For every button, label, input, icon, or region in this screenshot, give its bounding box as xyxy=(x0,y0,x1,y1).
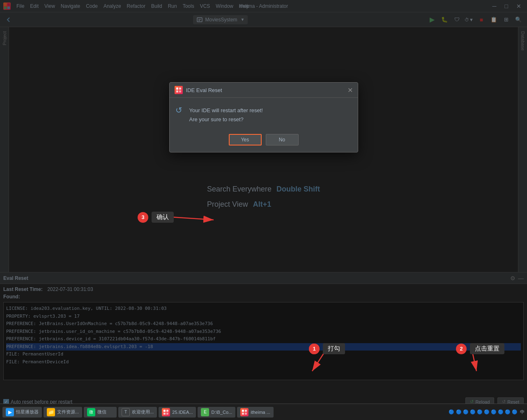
taskbar-item-hengxing[interactable]: ▶ 恒星播放器 xyxy=(2,407,42,418)
dialog-message-line1: Your IDE will restart after reset! xyxy=(189,106,351,115)
taskbar-item-explorer[interactable]: E D:\B_Co... xyxy=(198,407,235,418)
sys-tray: 🔵 🔵 🔵 🔵 🔵 🔵 🔵 🔵 🔵 🔵 xyxy=(449,409,518,415)
itheima-icon xyxy=(240,408,249,416)
svg-rect-14 xyxy=(242,410,244,412)
dialog-body: ↺ Your IDE will restart after reset! Are… xyxy=(170,98,358,131)
svg-rect-16 xyxy=(242,413,244,415)
files-icon: 📁 xyxy=(47,408,55,416)
svg-rect-13 xyxy=(166,413,168,415)
dialog-message-line2: Are your sure to reset? xyxy=(189,115,351,124)
hengxing-icon: ▶ xyxy=(6,408,14,416)
dialog-no-button[interactable]: No xyxy=(266,134,299,145)
svg-rect-15 xyxy=(245,410,247,412)
svg-rect-5 xyxy=(176,88,178,90)
taskbar-item-wechat[interactable]: 微 微信 xyxy=(84,407,117,418)
svg-rect-17 xyxy=(245,413,247,415)
svg-rect-6 xyxy=(179,88,181,90)
dialog-titlebar: IDE Eval Reset ✕ xyxy=(170,83,358,98)
dialog-yes-button[interactable]: Yes xyxy=(229,134,262,145)
dialog-refresh-icon: ↺ xyxy=(175,105,182,115)
taskbar-item-files[interactable]: 📁 文件资源... xyxy=(44,407,82,418)
dialog-close-button[interactable]: ✕ xyxy=(347,86,353,94)
welcome-icon: T xyxy=(122,408,130,416)
taskbar-item-itheima[interactable]: itheima ... xyxy=(237,407,274,418)
dialog-app-icon xyxy=(175,86,183,94)
taskbar-wechat-label: 微信 xyxy=(97,409,106,415)
taskbar-right: 🔵 🔵 🔵 🔵 🔵 🔵 🔵 🔵 🔵 🔵 中 xyxy=(449,409,525,415)
svg-rect-7 xyxy=(176,90,178,92)
dialog: IDE Eval Reset ✕ ↺ Your IDE will restart… xyxy=(169,82,358,152)
taskbar: ▶ 恒星播放器 📁 文件资源... 微 微信 T 欢迎使用... 25.IDEA… xyxy=(0,404,527,420)
dialog-title: IDE Eval Reset xyxy=(186,87,344,93)
explorer-icon: E xyxy=(201,408,209,416)
lang-indicator: 中 xyxy=(520,409,525,415)
dialog-message: Your IDE will restart after reset! Are y… xyxy=(189,106,351,124)
taskbar-itheima-label: itheima ... xyxy=(251,410,270,415)
taskbar-hengxing-label: 恒星播放器 xyxy=(16,409,39,415)
taskbar-files-label: 文件资源... xyxy=(57,409,79,415)
svg-rect-12 xyxy=(163,413,166,415)
svg-rect-8 xyxy=(179,90,181,92)
taskbar-explorer-label: D:\B_Co... xyxy=(211,410,232,415)
dialog-footer: Yes No xyxy=(170,131,358,152)
idea-icon xyxy=(162,408,170,416)
dialog-overlay: IDE Eval Reset ✕ ↺ Your IDE will restart… xyxy=(0,0,527,420)
taskbar-welcome-label: 欢迎使用... xyxy=(132,409,154,415)
wechat-icon: 微 xyxy=(87,408,95,416)
taskbar-item-welcome[interactable]: T 欢迎使用... xyxy=(118,407,157,418)
svg-rect-10 xyxy=(163,410,166,412)
taskbar-item-idea[interactable]: 25.IDEA... xyxy=(159,407,196,418)
svg-rect-11 xyxy=(166,410,168,412)
taskbar-idea-label: 25.IDEA... xyxy=(172,410,193,415)
